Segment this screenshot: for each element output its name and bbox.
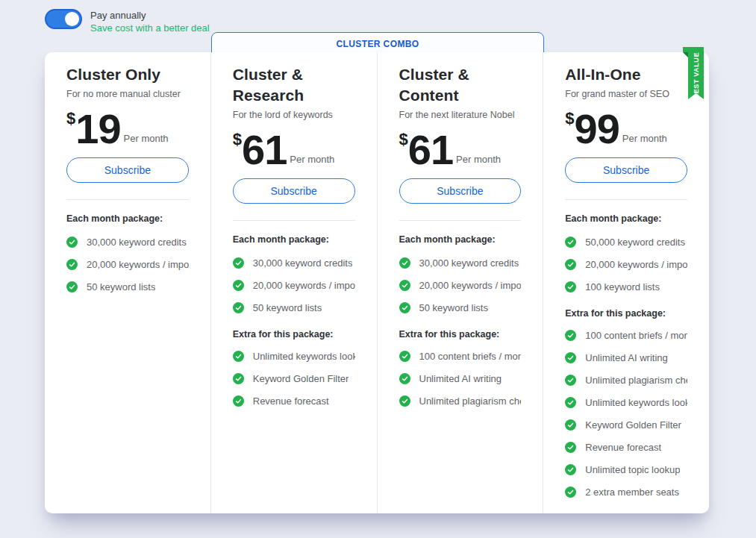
feature-list: 30,000 keyword credits20,000 keywords / … xyxy=(399,251,522,319)
feature-text: 50,000 keyword credits xyxy=(585,237,685,248)
plan-tagline: For no more manual cluster xyxy=(66,88,189,100)
pricing-panel: Cluster OnlyFor no more manual cluster$1… xyxy=(45,52,709,513)
price-period: Per month xyxy=(622,133,667,144)
check-icon xyxy=(233,280,244,291)
feature-item: 100 content briefs / month xyxy=(565,324,687,346)
feature-text: 100 content briefs / month xyxy=(419,351,522,362)
subscribe-button[interactable]: Subscribe xyxy=(565,157,687,183)
feature-text: Unlimited plagiarism check xyxy=(585,375,687,386)
check-icon xyxy=(565,442,576,453)
check-icon xyxy=(399,351,410,362)
plan-title: All-In-One xyxy=(565,64,687,85)
check-icon xyxy=(565,352,576,363)
feature-item: Unlimited AI writing xyxy=(565,346,687,369)
check-icon xyxy=(565,237,576,248)
plan-title: Cluster & Content xyxy=(399,64,522,106)
check-icon xyxy=(565,397,576,408)
plan-price: $61Per month xyxy=(233,130,355,170)
best-value-ribbon: BEST VALUE xyxy=(688,47,704,99)
feature-item: Unlimited plagiarism check xyxy=(565,369,687,391)
check-icon xyxy=(565,419,576,431)
subscribe-button[interactable]: Subscribe xyxy=(66,157,189,183)
plan-divider xyxy=(399,220,522,221)
feature-item: 50,000 keyword credits xyxy=(565,231,687,253)
check-icon xyxy=(565,464,576,475)
plan-tagline: For the next literature Nobel xyxy=(399,109,522,121)
feature-text: Unlimited keywords lookup xyxy=(585,397,687,408)
check-icon xyxy=(233,373,244,384)
price-period: Per month xyxy=(456,154,501,165)
feature-item: 20,000 keywords / import xyxy=(565,253,687,275)
feature-text: 20,000 keywords / import xyxy=(253,280,355,291)
extra-package-header: Extra for this package: xyxy=(233,329,355,340)
monthly-package-header: Each month package: xyxy=(565,213,687,225)
check-icon xyxy=(233,257,244,269)
cluster-combo-label: CLUSTER COMBO xyxy=(336,39,419,49)
monthly-package-header: Each month package: xyxy=(66,213,189,225)
ribbon-fold-icon xyxy=(683,47,688,52)
feature-text: 20,000 keywords / import xyxy=(585,259,687,270)
plan-price: $61Per month xyxy=(399,130,522,170)
extra-package-header: Extra for this package: xyxy=(399,329,522,340)
plan-card: Cluster & ResearchFor the lord of keywor… xyxy=(210,52,377,513)
plan-price: $99Per month xyxy=(565,109,687,149)
feature-list: 30,000 keyword credits20,000 keywords / … xyxy=(66,231,189,298)
billing-toggle-row: Pay annually Save cost with a better dea… xyxy=(45,9,210,34)
price-period: Per month xyxy=(124,133,169,144)
feature-text: 2 extra member seats xyxy=(585,487,679,498)
feature-item: 20,000 keywords / import xyxy=(233,274,355,296)
feature-list: 100 content briefs / monthUnlimited AI w… xyxy=(399,345,522,412)
price-currency: $ xyxy=(66,110,75,149)
feature-item: 30,000 keyword credits xyxy=(399,251,522,274)
feature-text: Unlimited AI writing xyxy=(419,373,502,384)
feature-list: Unlimited keywords lookupKeyword Golden … xyxy=(233,345,355,412)
price-period: Per month xyxy=(290,154,334,165)
plan-divider xyxy=(66,199,189,200)
monthly-package-header: Each month package: xyxy=(233,234,355,245)
check-icon xyxy=(399,373,410,384)
price-currency: $ xyxy=(233,131,242,170)
feature-item: 50 keyword lists xyxy=(66,275,189,298)
feature-text: Unlimited AI writing xyxy=(585,352,668,363)
feature-text: 30,000 keyword credits xyxy=(419,257,519,269)
pay-annually-toggle[interactable] xyxy=(45,9,82,29)
feature-text: 50 keyword lists xyxy=(419,302,488,313)
feature-item: 30,000 keyword credits xyxy=(233,251,355,274)
feature-item: 50 keyword lists xyxy=(399,296,522,319)
price-amount: 61 xyxy=(242,130,287,170)
feature-item: 100 content briefs / month xyxy=(399,345,522,367)
plan-title: Cluster & Research xyxy=(233,64,355,106)
feature-item: 20,000 keywords / import xyxy=(399,274,522,296)
plan-divider xyxy=(565,199,687,200)
feature-list: 30,000 keyword credits20,000 keywords / … xyxy=(233,251,355,319)
plan-card: Cluster OnlyFor no more manual cluster$1… xyxy=(45,52,210,513)
subscribe-button[interactable]: Subscribe xyxy=(233,178,355,204)
check-icon xyxy=(66,237,78,248)
extra-package-header: Extra for this package: xyxy=(565,308,687,319)
pricing-page: Pay annually Save cost with a better dea… xyxy=(0,0,756,538)
check-icon xyxy=(233,351,244,362)
feature-item: 100 keyword lists xyxy=(565,275,687,298)
feature-item: Unlimited keywords lookup xyxy=(565,391,687,413)
toggle-knob-icon xyxy=(65,12,79,26)
feature-text: Keyword Golden Filter xyxy=(585,419,681,431)
feature-text: 20,000 keywords / import xyxy=(419,280,522,291)
price-currency: $ xyxy=(399,131,408,170)
check-icon xyxy=(565,375,576,386)
check-icon xyxy=(399,395,410,407)
check-icon xyxy=(565,487,576,498)
check-icon xyxy=(565,259,576,270)
subscribe-button[interactable]: Subscribe xyxy=(399,178,522,204)
feature-text: 20,000 keywords / import xyxy=(87,259,189,270)
feature-list: 100 content briefs / monthUnlimited AI w… xyxy=(565,324,687,503)
price-currency: $ xyxy=(565,110,574,149)
feature-item: Keyword Golden Filter xyxy=(233,367,355,390)
feature-item: Keyword Golden Filter xyxy=(565,413,687,436)
check-icon xyxy=(565,330,576,341)
billing-labels: Pay annually Save cost with a better dea… xyxy=(90,9,210,34)
feature-item: 2 extra member seats xyxy=(565,481,687,503)
feature-item: Revenue forecast xyxy=(233,390,355,412)
plan-divider xyxy=(233,220,355,221)
feature-item: 30,000 keyword credits xyxy=(66,231,189,253)
save-cost-label: Save cost with a better deal xyxy=(90,22,210,34)
